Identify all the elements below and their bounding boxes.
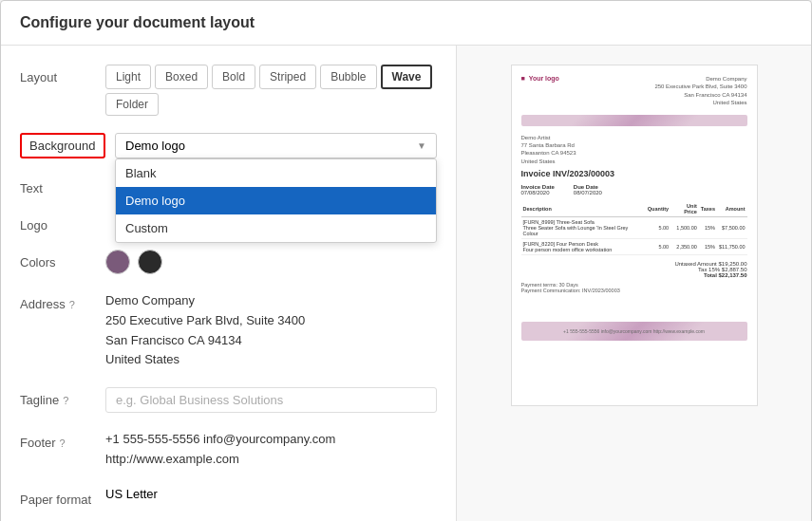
background-option-demo-logo[interactable]: Demo logo [116,187,436,214]
layout-btn-light[interactable]: Light [105,65,151,89]
preview-table: Description Quantity Unit Price Taxes Am… [521,201,747,255]
layout-btn-bubble[interactable]: Bubble [320,65,376,89]
preview-invoice-title: Invoice INV/2023/00003 [521,169,747,178]
layout-row: Layout Light Boxed Bold Striped Bubble W… [20,65,437,116]
logo-label: Logo [20,213,105,233]
preview-cell-tax-1: 15% [699,217,717,239]
background-dropdown-wrapper: Demo logo ▼ Blank Demo logo Custom [115,133,437,158]
layout-btn-boxed[interactable]: Boxed [155,65,208,89]
preview-footer-wave: +1 555-555-5556 info@yourcompany.com htt… [521,322,747,341]
preview-cell-desc-2: [FURN_8220] Four Person DeskFour person … [521,239,646,255]
preview-client-addr: Demo Artist77 Santa Barbara RdPleasanton… [521,134,747,166]
colors-row: Colors [20,250,437,274]
dialog-title: Configure your document layout [20,14,255,30]
preview-cell-unit-2: 2,350.00 [670,239,699,255]
tagline-label: Tagline? [20,387,105,407]
paper-format-row: Paper format US Letter [20,487,437,507]
footer-tooltip-icon[interactable]: ? [60,437,66,449]
left-panel: Layout Light Boxed Bold Striped Bubble W… [1,46,457,521]
preview-box: ■ Your logo Demo Company 250 Executive P… [511,65,758,406]
address-label: Address? [20,291,105,311]
footer-label: Footer? [20,430,105,450]
address-text: Demo Company250 Executive Park Blvd, Sui… [105,291,437,370]
address-row: Address? Demo Company250 Executive Park … [20,291,437,370]
preview-col-unit: Unit Price [670,201,699,217]
layout-btn-striped[interactable]: Striped [259,65,316,89]
background-dropdown[interactable]: Demo logo ▼ [115,133,437,158]
tagline-row: Tagline? [20,387,437,413]
tagline-input[interactable] [105,387,437,413]
layout-label: Layout [20,65,105,84]
tagline-control [105,387,437,413]
preview-cell-tax-2: 15% [699,239,717,255]
background-selected: Demo logo [125,139,185,153]
address-value: Demo Company250 Executive Park Blvd, Sui… [105,291,437,370]
address-tooltip-icon[interactable]: ? [69,299,75,310]
preview-totals: Untaxed Amount $19,250.00 Tax 15% $2,887… [521,261,747,278]
paper-format-label: Paper format [20,487,105,507]
colors-label: Colors [20,250,105,270]
dialog-body: Layout Light Boxed Bold Striped Bubble W… [1,46,811,521]
preview-invoice-date: Invoice Date 07/08/2020 [521,184,555,195]
preview-logo: Your logo [529,75,559,82]
preview-cell-qty-2: 5.00 [646,239,670,255]
layout-btn-bold[interactable]: Bold [212,65,255,89]
preview-company: Demo Company 250 Executive Park Blvd, Su… [654,75,746,107]
preview-cell-amt-2: $11,750.00 [717,239,747,255]
background-label: Background [20,133,105,158]
right-panel: ■ Your logo Demo Company 250 Executive P… [457,46,811,521]
dialog-header: Configure your document layout [1,1,811,46]
preview-cell-desc-1: [FURN_8999] Three-Seat SofaThree Seater … [521,217,646,239]
footer-text: +1 555-555-5556 info@yourcompany.comhttp… [105,430,437,470]
layout-btn-wave[interactable]: Wave [381,65,433,89]
text-label: Text [20,176,105,195]
background-dropdown-menu: Blank Demo logo Custom [115,158,437,243]
layout-btn-folder[interactable]: Folder [105,93,159,116]
footer-row: Footer? +1 555-555-5556 info@yourcompany… [20,430,437,470]
background-row: Background Demo logo ▼ Blank Demo logo C… [20,133,437,158]
colors-control [105,250,437,274]
preview-cell-qty-1: 5.00 [646,217,670,239]
preview-wave-decoration [521,115,747,126]
preview-total: Total $22,137.50 [521,272,747,278]
table-row: [FURN_8999] Three-Seat SofaThree Seater … [521,217,747,239]
preview-due-date: Due Date 08/07/2020 [574,184,602,195]
color-swatch-1[interactable] [105,250,130,274]
tagline-tooltip-icon[interactable]: ? [63,395,68,406]
preview-cell-amt-1: $7,500.00 [717,217,747,239]
layout-buttons: Light Boxed Bold Striped Bubble Wave Fol… [105,65,437,116]
preview-col-amount: Amount [717,201,747,217]
preview-col-taxes: Taxes [699,201,717,217]
preview-footer-text: +1 555-555-5556 info@yourcompany.com htt… [563,328,705,334]
preview-header: ■ Your logo Demo Company 250 Executive P… [521,75,747,107]
preview-cell-unit-1: 1,500.00 [670,217,699,239]
dropdown-arrow-icon: ▼ [417,140,426,151]
preview-col-description: Description [521,201,646,217]
preview-payment-comm: Payment Communication: INV/2023/00003 [521,288,747,293]
footer-value: +1 555-555-5556 info@yourcompany.comhttp… [105,430,437,470]
background-option-blank[interactable]: Blank [116,159,436,187]
background-option-custom[interactable]: Custom [116,214,436,242]
table-row: [FURN_8220] Four Person DeskFour person … [521,239,747,255]
color-swatch-2[interactable] [138,250,162,274]
preview-dates: Invoice Date 07/08/2020 Due Date 08/07/2… [521,184,747,195]
preview-col-qty: Quantity [646,201,670,217]
configure-layout-dialog: Configure your document layout Layout Li… [0,0,812,521]
paper-format-value: US Letter [105,487,437,501]
